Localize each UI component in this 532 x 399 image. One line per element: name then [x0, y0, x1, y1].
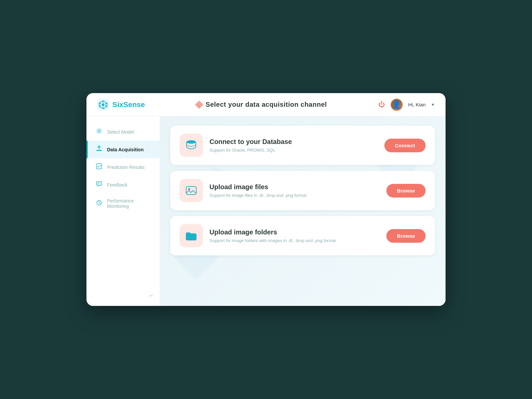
sidebar-item-label: Feedback: [107, 182, 127, 188]
check-icon: [96, 163, 102, 171]
image-folders-card: Upload image folders Support for image f…: [170, 216, 435, 255]
database-card-info: Connect to your Database Support for Ora…: [209, 138, 378, 153]
sidebar-item-label: Data Acquisition: [107, 147, 144, 152]
sidebar-item-performance-monitoring[interactable]: Performance Monitoring: [86, 194, 160, 213]
header-center: Select your data acquisition channel: [196, 101, 327, 108]
database-card-subtitle: Support for Oracle, PROMIS, SQL: [209, 148, 378, 153]
avatar: [390, 98, 403, 111]
svg-rect-11: [96, 182, 102, 185]
svg-point-8: [98, 130, 100, 132]
connect-button[interactable]: Connect: [384, 139, 426, 152]
sidebar-item-select-model[interactable]: Select Model: [86, 123, 160, 141]
sidebar-item-data-acquisition[interactable]: Data Acquisition: [86, 141, 160, 158]
database-card-icon-wrap: [180, 134, 203, 157]
image-folders-card-info: Upload image folders Support for image f…: [209, 228, 380, 243]
image-folders-card-title: Upload image folders: [209, 228, 380, 236]
image-icon: [185, 184, 198, 197]
gear-icon: [96, 128, 102, 136]
body-area: Select Model Data Acquisition: [86, 116, 446, 306]
sidebar-item-label: Performance Monitoring: [107, 198, 152, 209]
upload-icon: [96, 145, 102, 154]
collapse-button[interactable]: ←: [148, 292, 154, 299]
database-icon: [185, 139, 198, 152]
logo-area: SixSense: [97, 99, 145, 111]
logo-icon: [97, 99, 109, 111]
sidebar-item-feedback[interactable]: Feedback: [86, 176, 160, 194]
chevron-down-icon[interactable]: ▼: [431, 102, 435, 107]
main-content: Connect to your Database Support for Ora…: [160, 116, 446, 306]
user-greeting: Hi, Kian: [408, 102, 426, 107]
svg-rect-9: [96, 150, 102, 151]
image-folders-card-icon-wrap: [180, 224, 203, 247]
power-icon[interactable]: ⏻: [378, 101, 385, 108]
feedback-icon: [96, 181, 102, 189]
svg-point-16: [187, 140, 196, 144]
sidebar-item-label: Select Model: [107, 129, 134, 135]
svg-point-18: [188, 188, 190, 190]
sidebar-item-prediction-results[interactable]: Prediction Results: [86, 158, 160, 176]
header-diamond-icon: [195, 100, 203, 109]
header: SixSense Select your data acquisition ch…: [86, 93, 446, 116]
monitoring-icon: [96, 200, 102, 208]
image-files-card-info: Upload image files Support for image fil…: [209, 183, 380, 198]
image-files-card-subtitle: Support for image files in .tif, .bmp an…: [209, 193, 380, 198]
image-files-card-icon-wrap: [180, 179, 203, 202]
database-card-title: Connect to your Database: [209, 138, 378, 146]
browse-files-button[interactable]: Browse: [386, 184, 426, 198]
header-right: ⏻ Hi, Kian ▼: [378, 98, 435, 111]
logo-text: SixSense: [112, 100, 145, 109]
image-folders-card-subtitle: Support for image folders with images in…: [209, 238, 380, 243]
header-title: Select your data acquisition channel: [205, 101, 327, 108]
svg-rect-17: [186, 187, 196, 195]
app-window: SixSense Select your data acquisition ch…: [86, 93, 446, 306]
sidebar-item-label: Prediction Results: [107, 165, 145, 170]
sidebar: Select Model Data Acquisition: [86, 116, 160, 306]
svg-point-1: [102, 103, 104, 106]
image-files-card: Upload image files Support for image fil…: [170, 171, 435, 210]
browse-folders-button[interactable]: Browse: [386, 229, 426, 243]
image-files-card-title: Upload image files: [209, 183, 380, 191]
folder-icon: [185, 229, 198, 242]
database-card: Connect to your Database Support for Ora…: [170, 126, 435, 165]
